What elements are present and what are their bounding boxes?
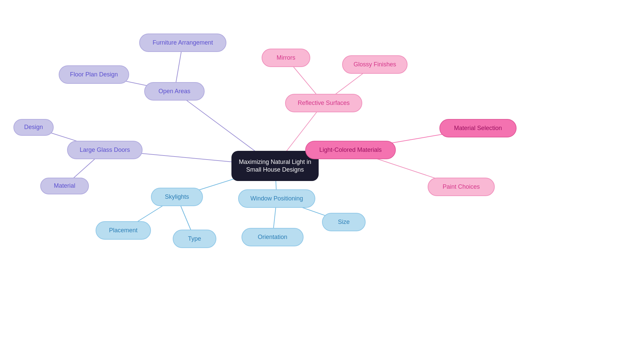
node-skylights[interactable]: Skylights (151, 188, 203, 206)
mind-map-connections (0, 0, 644, 363)
node-skylights-label: Skylights (162, 193, 192, 201)
node-design[interactable]: Design (13, 119, 54, 136)
node-mirrors[interactable]: Mirrors (262, 49, 310, 67)
node-type[interactable]: Type (173, 230, 216, 248)
center-node-label: Maximizing Natural Light inSmall House D… (236, 158, 314, 174)
node-large-glass-doors[interactable]: Large Glass Doors (67, 141, 143, 159)
node-glossy-finishes[interactable]: Glossy Finishes (342, 55, 408, 74)
node-placement-label: Placement (106, 227, 140, 234)
node-material[interactable]: Material (40, 178, 89, 194)
node-reflective-surfaces[interactable]: Reflective Surfaces (285, 94, 362, 112)
node-orientation-label: Orientation (255, 233, 290, 241)
node-furniture-arrangement[interactable]: Furniture Arrangement (139, 34, 226, 52)
node-size[interactable]: Size (322, 213, 366, 231)
node-furniture-arrangement-label: Furniture Arrangement (150, 39, 216, 47)
node-reflective-surfaces-label: Reflective Surfaces (295, 99, 352, 107)
node-light-colored-materials-label: Light-Colored Materials (317, 146, 384, 154)
node-orientation[interactable]: Orientation (241, 228, 304, 246)
node-material-selection-label: Material Selection (451, 124, 504, 132)
node-window-positioning-label: Window Positioning (248, 195, 306, 202)
node-floor-plan-design[interactable]: Floor Plan Design (59, 65, 129, 84)
node-light-colored-materials[interactable]: Light-Colored Materials (305, 141, 396, 159)
node-type-label: Type (185, 235, 204, 243)
node-large-glass-doors-label: Large Glass Doors (77, 146, 132, 154)
node-floor-plan-design-label: Floor Plan Design (67, 71, 120, 78)
node-size-label: Size (335, 218, 352, 226)
node-window-positioning[interactable]: Window Positioning (238, 189, 315, 208)
center-node[interactable]: Maximizing Natural Light inSmall House D… (231, 151, 319, 181)
node-paint-choices-label: Paint Choices (440, 183, 482, 191)
node-material-label: Material (51, 182, 78, 190)
node-open-areas-label: Open Areas (156, 87, 193, 95)
node-mirrors-label: Mirrors (274, 54, 298, 62)
node-placement[interactable]: Placement (96, 221, 151, 240)
node-design-label: Design (21, 123, 46, 131)
node-open-areas[interactable]: Open Areas (144, 82, 205, 101)
node-paint-choices[interactable]: Paint Choices (428, 178, 495, 196)
node-material-selection[interactable]: Material Selection (439, 119, 517, 137)
node-glossy-finishes-label: Glossy Finishes (351, 61, 399, 68)
